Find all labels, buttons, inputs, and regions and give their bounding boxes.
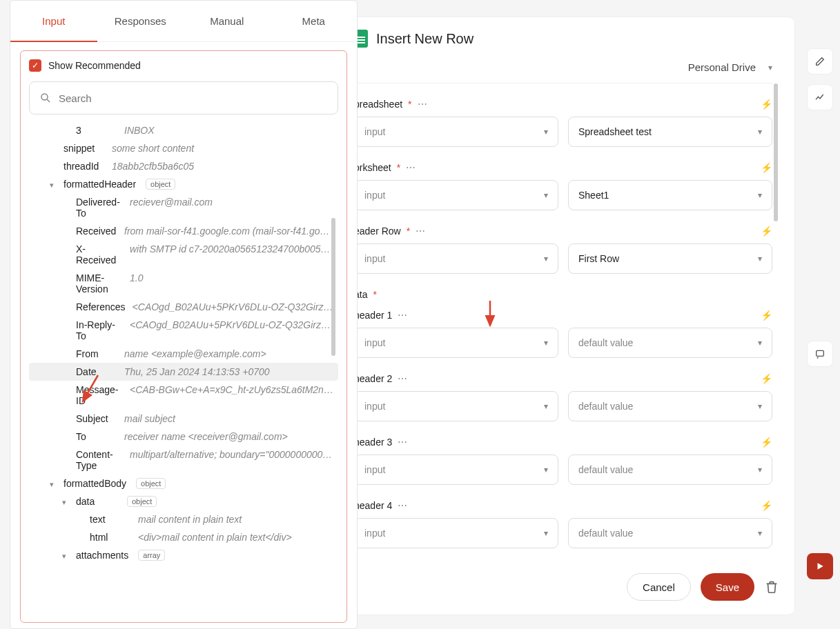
recommended-box: ✓ Show Recommended 3INBOXsnippetsome sho… (20, 50, 347, 623)
tree: 3INBOXsnippetsome short contentthreadId1… (29, 121, 338, 614)
tabs: InputResponsesManualMeta (10, 1, 357, 42)
tree-value: name <example@example.com> (124, 348, 334, 359)
worksheet-value-dropdown[interactable]: Sheet1 ▾ (568, 180, 772, 210)
tree-row[interactable]: X-Receivedwith SMTP id c7-20020a05651232… (29, 240, 338, 269)
ellipsis-icon[interactable]: ⋯ (418, 99, 428, 110)
tree-row[interactable]: Subjectmail subject (29, 410, 338, 428)
spreadsheet-input-dropdown[interactable]: input ▾ (354, 117, 558, 147)
ellipsis-icon[interactable]: ⋯ (398, 373, 408, 384)
tree-row[interactable]: MIME-Version1.0 (29, 269, 338, 298)
chevron-down-icon: ▾ (544, 190, 548, 200)
chevron-down-icon: ▾ (758, 401, 762, 411)
search-field[interactable] (59, 92, 328, 104)
tree-row[interactable]: Message-ID<CAB-BGw+Ce+A=x9C_ht-zUy6zs5La… (29, 381, 338, 410)
tree-row[interactable]: snippetsome short content (29, 139, 338, 157)
lightning-icon[interactable]: ⚡ (761, 437, 772, 448)
header-input-dropdown[interactable]: input ▾ (354, 518, 558, 548)
tree-key: Delivered-To (76, 197, 123, 219)
tree-row[interactable]: 3INBOX (29, 121, 338, 139)
tree-row[interactable]: html<div>mail content in plain text</div… (29, 528, 338, 546)
tree-key: Content-Type (76, 449, 123, 471)
header-input-dropdown[interactable]: input ▾ (354, 391, 558, 421)
tab-meta[interactable]: Meta (271, 1, 358, 42)
show-recommended-label: Show Recommended (48, 60, 141, 71)
tree-row[interactable]: DateThu, 25 Jan 2024 14:13:53 +0700 (29, 363, 338, 381)
headerrow-input-dropdown[interactable]: input ▾ (354, 243, 558, 274)
required-mark: * (407, 226, 410, 237)
tree-value: <div>mail content in plain text</div> (138, 532, 334, 543)
ellipsis-icon[interactable]: ⋯ (398, 310, 408, 321)
tree-key: html (90, 532, 131, 543)
header-default-dropdown[interactable]: default value ▾ (568, 391, 772, 421)
show-recommended-toggle[interactable]: ✓ Show Recommended (29, 59, 338, 72)
header-input-dropdown[interactable]: input ▾ (354, 328, 558, 358)
spreadsheet-value-dropdown[interactable]: Spreadsheet test ▾ (568, 117, 772, 147)
header-default-dropdown[interactable]: default value ▾ (568, 518, 772, 548)
tree-row[interactable]: textmail content in plain text (29, 510, 338, 528)
lightning-icon[interactable]: ⚡ (761, 162, 772, 173)
header-default-dropdown[interactable]: default value ▾ (568, 328, 772, 358)
tree-key: data (76, 496, 117, 507)
chevron-down-icon: ▾ (758, 465, 762, 475)
tree-row[interactable]: ▾dataobject (29, 492, 338, 510)
cancel-button[interactable]: Cancel (627, 573, 691, 601)
scrollbar[interactable] (774, 83, 778, 221)
headerrow-value-dropdown[interactable]: First Row ▾ (568, 243, 772, 274)
worksheet-input-dropdown[interactable]: input ▾ (354, 180, 558, 210)
scrollbar[interactable] (331, 218, 335, 356)
tree-value: mail subject (124, 413, 334, 424)
tree-value: 1.0 (130, 272, 334, 283)
tree-key: References (76, 301, 126, 312)
tree-row[interactable]: Toreceiver name <receiver@gmail.com> (29, 428, 338, 446)
tree-key: threadId (64, 161, 105, 172)
lightning-icon[interactable]: ⚡ (761, 310, 772, 321)
search-input[interactable] (29, 81, 338, 114)
tree-row[interactable]: Receivedfrom mail-sor-f41.google.com (ma… (29, 222, 338, 240)
ellipsis-icon[interactable]: ⋯ (398, 437, 408, 448)
tree-row[interactable]: threadId18abb2cfb5ba6c05 (29, 157, 338, 175)
chevron-down-icon[interactable]: ▾ (768, 63, 772, 72)
chart-icon[interactable] (807, 84, 833, 110)
tree-key: In-Reply-To (76, 319, 123, 341)
ellipsis-icon[interactable]: ⋯ (406, 162, 416, 173)
field-header-4: header 4 ⋯ ⚡ input ▾ default value ▾ (354, 500, 772, 548)
search-icon (39, 92, 52, 104)
lightning-icon[interactable]: ⚡ (761, 99, 772, 110)
tree-value: multipart/alternative; boundary="0000000… (130, 449, 334, 460)
tree-row[interactable]: Delivered-Toreciever@mail.com (29, 193, 338, 222)
svg-line-1 (47, 99, 50, 102)
tab-responses[interactable]: Responses (97, 1, 184, 42)
ellipsis-icon[interactable]: ⋯ (398, 500, 408, 511)
save-button[interactable]: Save (701, 573, 754, 601)
field-spreadsheet: preadsheet * ⋯ ⚡ input ▾ Spreadsheet tes… (354, 99, 772, 147)
tree-value: with SMTP id c7-20020a056512324700b00503… (130, 243, 334, 254)
tree-key: MIME-Version (76, 272, 123, 294)
lightning-icon[interactable]: ⚡ (761, 373, 772, 384)
chevron-down-icon: ▾ (544, 254, 548, 263)
tree-key: 3 (76, 125, 117, 136)
tree-row[interactable]: Fromname <example@example.com> (29, 345, 338, 363)
header-input-dropdown[interactable]: input ▾ (354, 455, 558, 485)
tree-row[interactable]: References<CAOgd_B02AUu+5PKrV6DLu-OZ-Q32… (29, 298, 338, 316)
lightning-icon[interactable]: ⚡ (761, 500, 772, 511)
tab-manual[interactable]: Manual (184, 1, 271, 42)
header-default-dropdown[interactable]: default value ▾ (568, 455, 772, 485)
play-button[interactable] (807, 553, 833, 579)
chevron-down-icon: ▾ (544, 401, 548, 411)
trash-icon[interactable] (764, 579, 779, 595)
edit-icon[interactable] (807, 48, 833, 74)
header-label: header 3 (354, 437, 392, 448)
tab-input[interactable]: Input (10, 1, 97, 42)
chevron-down-icon: ▾ (544, 528, 548, 538)
tree-row[interactable]: ▾formattedHeaderobject (29, 175, 338, 193)
tree-value: <CAOgd_B02AUu+5PKrV6DLu-OZ-Q32GirzYDGiUk… (130, 319, 334, 330)
tree-row[interactable]: In-Reply-To<CAOgd_B02AUu+5PKrV6DLu-OZ-Q3… (29, 316, 338, 345)
caret-icon: ▾ (47, 480, 57, 489)
tree-row[interactable]: Content-Typemultipart/alternative; bound… (29, 446, 338, 475)
field-header-3: header 3 ⋯ ⚡ input ▾ default value ▾ (354, 437, 772, 485)
lightning-icon[interactable]: ⚡ (761, 226, 772, 237)
ellipsis-icon[interactable]: ⋯ (416, 226, 426, 237)
message-icon[interactable] (807, 341, 833, 367)
tree-row[interactable]: ▾attachmentsarray (29, 546, 338, 564)
tree-row[interactable]: ▾formattedBodyobject (29, 475, 338, 492)
